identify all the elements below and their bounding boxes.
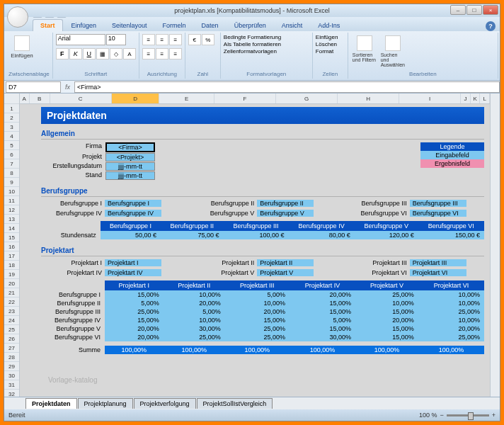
tab-start[interactable]: Start <box>33 19 63 31</box>
pct-value[interactable]: 10,00% <box>355 299 418 307</box>
pct-value[interactable]: 25,00% <box>164 333 225 341</box>
formula-bar[interactable]: <Firma> <box>74 81 500 93</box>
pct-value[interactable]: 10,00% <box>164 290 225 299</box>
pa-value[interactable]: Projektart IV <box>105 269 161 276</box>
sort-filter-button[interactable]: Sortieren und Filtern <box>351 34 378 71</box>
underline-button[interactable]: U <box>83 48 96 60</box>
pct-value[interactable]: 20,00% <box>105 324 164 333</box>
sheet-tab-projektplanung[interactable]: Projektplanung <box>78 398 133 409</box>
delete-cells-button[interactable]: Löschen <box>316 41 345 47</box>
align-mid-button[interactable]: ≡ <box>156 34 168 45</box>
pct-value[interactable]: 5,00% <box>225 290 290 299</box>
tab-formeln[interactable]: Formeln <box>156 20 193 31</box>
tab-ueberpruefen[interactable]: Überprüfen <box>227 20 273 31</box>
font-color-button[interactable]: A <box>123 48 136 60</box>
pct-value[interactable]: 20,00% <box>290 290 355 299</box>
bg-value[interactable]: Berufsgruppe III <box>410 200 466 207</box>
pct-value[interactable]: 25,00% <box>418 307 484 316</box>
zoom-in-button[interactable]: + <box>492 412 496 419</box>
paste-button[interactable]: Einfügen <box>8 34 35 71</box>
help-icon[interactable]: ? <box>486 21 496 31</box>
pa-value[interactable]: Projektart V <box>257 269 314 276</box>
align-left-button[interactable]: ≡ <box>142 48 155 60</box>
pct-value[interactable]: 25,00% <box>105 307 164 316</box>
pct-value[interactable]: 10,00% <box>225 299 290 307</box>
fx-icon[interactable]: fx <box>65 84 70 91</box>
sheet-content[interactable]: Projektdaten Allgemein Firma<Firma>Proje… <box>20 104 490 397</box>
pct-value[interactable]: 15,00% <box>290 324 355 333</box>
pct-value[interactable]: 5,00% <box>105 299 164 307</box>
tab-addins[interactable]: Add-Ins <box>311 20 347 31</box>
border-button[interactable]: ▦ <box>96 48 109 60</box>
pct-value[interactable]: 10,00% <box>418 290 484 299</box>
bold-button[interactable]: F <box>56 48 69 60</box>
zoom-out-button[interactable]: − <box>440 412 443 419</box>
rate-value[interactable]: 75,00 € <box>161 231 224 239</box>
percent-button[interactable]: % <box>202 34 214 45</box>
field-value[interactable]: <Firma> <box>105 142 155 152</box>
font-size-select[interactable]: 10 <box>106 34 126 45</box>
pct-value[interactable]: 5,00% <box>290 316 355 324</box>
tab-seitenlayout[interactable]: Seitenlayout <box>105 20 154 31</box>
pct-value[interactable]: 30,00% <box>290 333 355 341</box>
maximize-button[interactable]: □ <box>466 5 482 15</box>
pct-value[interactable]: 15,00% <box>355 324 418 333</box>
pct-value[interactable]: 5,00% <box>164 307 225 316</box>
pa-value[interactable]: Projektart I <box>105 259 161 266</box>
field-value[interactable]: <Projekt> <box>105 153 155 162</box>
align-right-button[interactable]: ≡ <box>169 48 182 60</box>
table-format-button[interactable]: Als Tabelle formatieren <box>224 41 309 47</box>
find-select-button[interactable]: Suchen und Auswählen <box>379 34 406 71</box>
office-button[interactable] <box>7 6 28 28</box>
field-value[interactable]: jjjj-mm-tt <box>105 162 155 171</box>
align-center-button[interactable]: ≡ <box>156 48 168 60</box>
sheet-tab-sollist[interactable]: ProjektSollIstVergleich <box>197 398 273 409</box>
insert-cells-button[interactable]: Einfügen <box>316 34 345 40</box>
rate-value[interactable]: 150,00 € <box>418 231 484 239</box>
bg-value[interactable]: Berufsgruppe V <box>257 210 314 217</box>
pa-value[interactable]: Projektart VI <box>410 269 466 276</box>
minimize-button[interactable]: – <box>450 5 466 15</box>
pct-value[interactable]: 25,00% <box>225 333 290 341</box>
pa-value[interactable]: Projektart II <box>257 259 314 266</box>
close-button[interactable]: × <box>483 5 498 15</box>
pct-value[interactable]: 20,00% <box>418 324 484 333</box>
pct-value[interactable]: 15,00% <box>290 299 355 307</box>
rate-value[interactable]: 100,00 € <box>224 231 289 239</box>
pct-value[interactable]: 15,00% <box>355 333 418 341</box>
format-cells-button[interactable]: Format <box>316 48 345 55</box>
pct-value[interactable]: 20,00% <box>164 299 225 307</box>
zoom-slider[interactable] <box>447 414 489 416</box>
currency-button[interactable]: € <box>188 34 201 45</box>
pct-value[interactable]: 20,00% <box>355 316 418 324</box>
pct-value[interactable]: 25,00% <box>355 290 418 299</box>
pct-value[interactable]: 25,00% <box>225 324 290 333</box>
pct-value[interactable]: 30,00% <box>164 324 225 333</box>
bg-value[interactable]: Berufsgruppe II <box>257 200 314 207</box>
pct-value[interactable]: 25,00% <box>418 333 484 341</box>
bg-value[interactable]: Berufsgruppe IV <box>105 210 161 217</box>
rate-value[interactable]: 120,00 € <box>355 231 418 239</box>
name-box[interactable]: D7 <box>6 81 61 93</box>
pct-value[interactable]: 15,00% <box>225 316 290 324</box>
bg-value[interactable]: Berufsgruppe I <box>105 200 161 207</box>
bg-value[interactable]: Berufsgruppe VI <box>410 210 466 217</box>
sheet-tab-projektdaten[interactable]: Projektdaten <box>25 398 77 409</box>
pa-value[interactable]: Projektart III <box>410 259 466 266</box>
pct-value[interactable]: 15,00% <box>105 316 164 324</box>
italic-button[interactable]: K <box>69 48 82 60</box>
col-headers[interactable]: ABCDEFGHIJKL <box>20 94 490 104</box>
vertical-scrollbar[interactable] <box>490 94 500 397</box>
pct-value[interactable]: 10,00% <box>164 316 225 324</box>
sheet-tab-projektverfolgung[interactable]: Projektverfolgung <box>134 398 196 409</box>
align-top-button[interactable]: ≡ <box>142 34 155 45</box>
pct-value[interactable]: 20,00% <box>105 333 164 341</box>
pct-value[interactable]: 10,00% <box>418 316 484 324</box>
pct-value[interactable]: 15,00% <box>290 307 355 316</box>
tab-ansicht[interactable]: Ansicht <box>275 20 310 31</box>
cond-format-button[interactable]: Bedingte Formatierung <box>224 34 309 40</box>
tab-einfuegen[interactable]: Einfügen <box>64 20 104 31</box>
rate-value[interactable]: 50,00 € <box>101 231 161 239</box>
pct-value[interactable]: 15,00% <box>105 290 164 299</box>
pct-value[interactable]: 20,00% <box>225 307 290 316</box>
